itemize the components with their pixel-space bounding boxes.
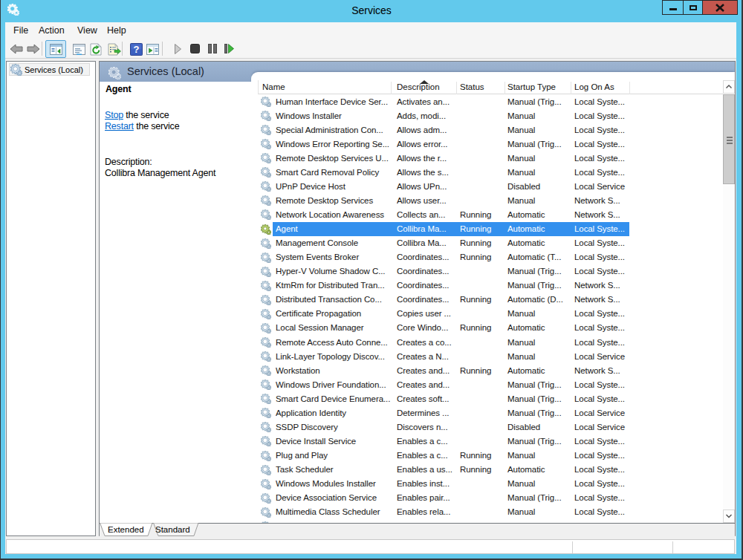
svg-text:?: ? — [134, 44, 140, 55]
